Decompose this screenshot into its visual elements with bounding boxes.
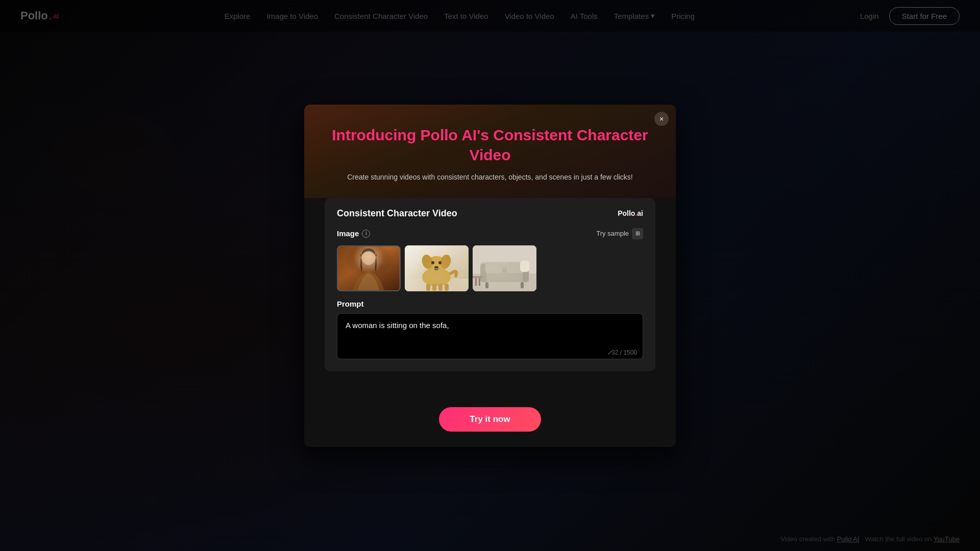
- thumbnail-dog[interactable]: [405, 245, 469, 291]
- svg-point-7: [426, 256, 447, 273]
- modal: × Introducing Pollo AI's Consistent Char…: [304, 105, 676, 447]
- thumbnail-woman[interactable]: [337, 245, 401, 291]
- svg-rect-21: [483, 272, 526, 282]
- prompt-textarea[interactable]: [337, 313, 643, 359]
- svg-point-3: [362, 249, 376, 265]
- pollo-badge-ai: ai: [637, 209, 643, 217]
- svg-rect-24: [485, 263, 502, 273]
- svg-rect-2: [338, 246, 399, 290]
- image-label: Image i: [337, 229, 370, 238]
- svg-rect-1: [338, 246, 399, 290]
- svg-rect-28: [520, 261, 529, 272]
- svg-point-11: [438, 261, 442, 264]
- svg-rect-25: [507, 263, 524, 273]
- svg-rect-29: [473, 276, 483, 278]
- thumbnail-sofa[interactable]: [473, 245, 536, 291]
- prompt-label: Prompt: [337, 299, 643, 308]
- svg-rect-30: [475, 278, 477, 286]
- svg-rect-14: [432, 284, 436, 291]
- modal-title: Introducing Pollo AI's Consistent Charac…: [325, 125, 655, 165]
- svg-rect-5: [405, 279, 469, 291]
- try-sample-button[interactable]: Try sample ⊞: [596, 228, 643, 239]
- svg-point-12: [434, 266, 438, 268]
- svg-rect-27: [521, 282, 524, 288]
- modal-footer: Try it now: [304, 397, 676, 447]
- image-label-text: Image: [337, 229, 359, 238]
- svg-rect-22: [480, 264, 486, 282]
- svg-point-8: [421, 253, 434, 269]
- svg-rect-19: [473, 273, 536, 291]
- svg-point-9: [439, 253, 453, 269]
- image-label-row: Image i Try sample ⊞: [337, 228, 643, 239]
- svg-rect-16: [445, 284, 449, 291]
- svg-rect-17: [473, 245, 536, 291]
- sample-image-icon: ⊞: [632, 228, 643, 239]
- feature-card: Consistent Character Video Pollo.ai Imag…: [325, 198, 655, 371]
- svg-rect-4: [405, 245, 469, 291]
- info-icon[interactable]: i: [362, 230, 370, 238]
- svg-rect-15: [438, 284, 443, 291]
- svg-rect-31: [479, 278, 480, 286]
- prompt-textarea-wrapper: ⤢ 32 / 1500: [337, 313, 643, 361]
- svg-point-10: [431, 261, 434, 264]
- svg-rect-23: [523, 264, 529, 282]
- svg-rect-18: [473, 245, 536, 273]
- feature-card-header: Consistent Character Video Pollo.ai: [337, 208, 643, 219]
- modal-body: Consistent Character Video Pollo.ai Imag…: [304, 198, 676, 397]
- svg-point-6: [422, 268, 451, 286]
- modal-subtitle: Create stunning videos with consistent c…: [325, 172, 655, 183]
- svg-rect-26: [485, 282, 488, 288]
- prompt-counter: 32 / 1500: [611, 349, 637, 356]
- close-button[interactable]: ×: [654, 112, 669, 126]
- feature-card-title: Consistent Character Video: [337, 208, 457, 219]
- pollo-badge-text: Pollo: [618, 209, 635, 217]
- modal-header: × Introducing Pollo AI's Consistent Char…: [304, 105, 676, 198]
- try-it-now-button[interactable]: Try it now: [439, 407, 541, 432]
- svg-rect-13: [426, 284, 430, 291]
- pollo-badge: Pollo.ai: [618, 209, 643, 217]
- try-sample-label: Try sample: [596, 230, 629, 237]
- svg-rect-20: [480, 262, 529, 277]
- modal-overlay: × Introducing Pollo AI's Consistent Char…: [0, 0, 980, 551]
- image-thumbnails: [337, 245, 643, 291]
